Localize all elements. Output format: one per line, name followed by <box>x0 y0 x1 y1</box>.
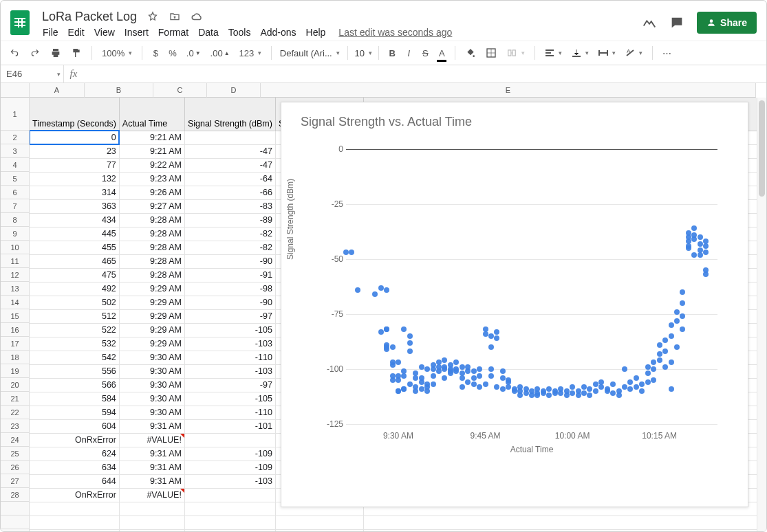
borders-button[interactable] <box>483 45 499 61</box>
cell[interactable]: 9:29 AM <box>119 296 184 309</box>
header-cell-C[interactable]: Signal Strength (dBm) <box>184 98 275 131</box>
row-header[interactable]: 26 <box>1 461 29 474</box>
cell[interactable]: 9:29 AM <box>119 337 184 351</box>
header-cell-A[interactable]: Timestamp (Seconds) <box>30 98 119 131</box>
cell[interactable]: 9:28 AM <box>119 268 184 282</box>
cell[interactable] <box>184 433 275 447</box>
cell[interactable]: -97 <box>184 309 275 323</box>
font-dropdown[interactable]: Default (Ari... <box>279 45 341 61</box>
menu-view[interactable]: View <box>89 25 120 40</box>
cell[interactable]: -47 <box>184 158 275 172</box>
cell[interactable]: 9:28 AM <box>119 254 184 268</box>
cell[interactable]: 512 <box>30 309 119 323</box>
cell[interactable]: 9:30 AM <box>119 351 184 364</box>
cell[interactable]: 556 <box>30 364 119 378</box>
cell[interactable]: -90 <box>184 254 275 268</box>
cell[interactable]: -89 <box>184 213 275 227</box>
cell[interactable]: 566 <box>30 378 119 392</box>
cell[interactable]: 542 <box>30 351 119 364</box>
cell[interactable]: #VALUE! <box>119 488 184 502</box>
strikethrough-button[interactable]: S <box>419 45 431 61</box>
dec-increase-button[interactable]: .00▲ <box>208 45 233 61</box>
fill-color-button[interactable] <box>462 45 479 61</box>
redo-button[interactable] <box>27 45 43 60</box>
row-header[interactable]: 15 <box>1 309 29 323</box>
cell[interactable]: 9:21 AM <box>119 131 184 144</box>
col-header-A[interactable]: A <box>30 83 85 98</box>
cloud-icon[interactable] <box>189 9 204 24</box>
h-align-button[interactable] <box>542 46 565 60</box>
name-box-dropdown[interactable]: ▾ <box>54 65 64 82</box>
cell[interactable]: -64 <box>184 172 275 186</box>
cell[interactable]: 604 <box>30 419 119 433</box>
cell[interactable]: 455 <box>30 241 119 254</box>
cell[interactable]: 594 <box>30 406 119 419</box>
dec-decrease-button[interactable]: .0▼ <box>184 45 204 61</box>
cell[interactable] <box>364 516 766 529</box>
cell[interactable]: OnRxError <box>30 433 119 447</box>
v-align-button[interactable] <box>569 46 592 60</box>
cell[interactable]: 9:28 AM <box>119 213 184 227</box>
cell[interactable]: 9:23 AM <box>119 172 184 186</box>
row-header[interactable]: 12 <box>1 268 29 282</box>
cell[interactable]: 9:30 AM <box>119 392 184 406</box>
cell[interactable]: -82 <box>184 227 275 241</box>
row-header[interactable]: 10 <box>1 241 29 254</box>
explore-icon[interactable] <box>642 15 657 30</box>
cell[interactable]: 9:29 AM <box>119 309 184 323</box>
column-headers[interactable]: A B C D E <box>30 83 766 98</box>
row-header[interactable]: 17 <box>1 337 29 351</box>
currency-button[interactable]: $ <box>149 45 162 61</box>
cell[interactable]: 492 <box>30 282 119 296</box>
cell[interactable]: -82 <box>184 241 275 254</box>
cell[interactable]: 445 <box>30 227 119 241</box>
row-header[interactable]: 22 <box>1 406 29 419</box>
row-header[interactable]: 20 <box>1 378 29 392</box>
row-header[interactable]: 23 <box>1 419 29 433</box>
bold-button[interactable]: B <box>386 45 398 61</box>
cell[interactable]: 634 <box>30 461 119 474</box>
font-size-dropdown[interactable]: 10 <box>355 45 371 61</box>
cell[interactable]: 9:26 AM <box>119 186 184 199</box>
cell[interactable]: -90 <box>184 296 275 309</box>
row-header[interactable]: 6 <box>1 186 29 199</box>
row-header[interactable]: 28 <box>1 488 29 502</box>
cell[interactable]: 475 <box>30 268 119 282</box>
cell[interactable]: -91 <box>184 268 275 282</box>
menu-edit[interactable]: Edit <box>63 25 89 40</box>
cell[interactable]: 465 <box>30 254 119 268</box>
cell[interactable]: 363 <box>30 199 119 213</box>
cell[interactable]: 9:28 AM <box>119 241 184 254</box>
cell[interactable] <box>30 502 119 516</box>
row-header[interactable]: 19 <box>1 364 29 378</box>
cell[interactable]: 522 <box>30 323 119 337</box>
cell[interactable] <box>119 529 184 531</box>
name-box[interactable]: E46 <box>1 69 54 79</box>
rotate-button[interactable]: A <box>623 46 645 60</box>
cell[interactable]: #VALUE! <box>119 433 184 447</box>
col-header-B[interactable]: B <box>85 83 153 98</box>
cell[interactable]: -103 <box>184 364 275 378</box>
cell[interactable]: 132 <box>30 172 119 186</box>
cell[interactable]: 9:30 AM <box>119 364 184 378</box>
cell[interactable]: -103 <box>184 337 275 351</box>
cell[interactable] <box>30 516 119 529</box>
menu-help[interactable]: Help <box>301 25 331 40</box>
cell[interactable]: 9:27 AM <box>119 199 184 213</box>
row-header[interactable]: 8 <box>1 213 29 227</box>
col-header-D[interactable]: D <box>207 83 261 98</box>
cell[interactable] <box>184 488 275 502</box>
menu-insert[interactable]: Insert <box>120 25 153 40</box>
cell[interactable] <box>184 529 275 531</box>
row-header[interactable]: 14 <box>1 296 29 309</box>
comments-icon[interactable] <box>669 15 684 30</box>
menu-format[interactable]: Format <box>153 25 193 40</box>
row-header[interactable]: 11 <box>1 254 29 268</box>
row-header[interactable]: 4 <box>1 158 29 172</box>
print-button[interactable] <box>47 45 64 61</box>
header-cell-B[interactable]: Actual Time <box>119 98 184 131</box>
cell[interactable] <box>119 502 184 516</box>
row-header[interactable]: 2 <box>1 131 29 144</box>
zoom-dropdown[interactable]: 100% <box>99 45 135 61</box>
cell[interactable]: -110 <box>184 406 275 419</box>
